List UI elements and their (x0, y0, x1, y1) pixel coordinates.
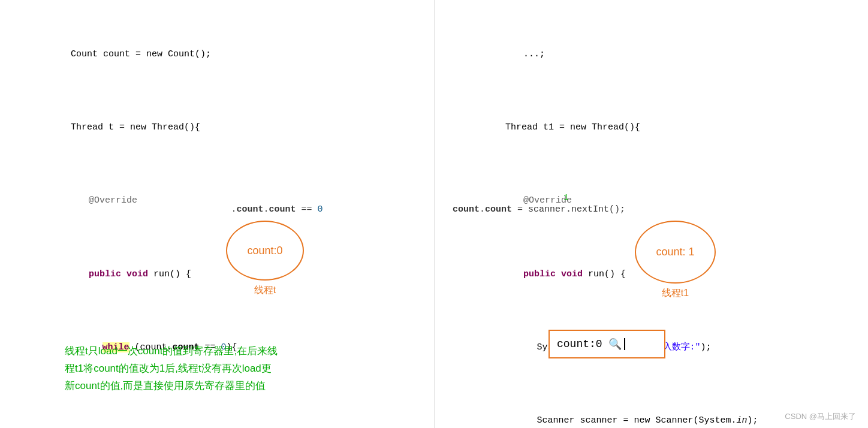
code-line-1: Count count = new Count(); (10, 32, 424, 77)
left-diagram: .count.count == 0 count:0 线程t (0, 186, 434, 297)
right-diagram: count.count = scanner.nextInt(); 1 count… (435, 186, 868, 300)
left-oval-text: count:0 (247, 245, 282, 257)
right-oval-container: count: 1 线程t1 (483, 221, 868, 300)
right-code-snippet: count.count = scanner.nextInt(); (453, 204, 625, 215)
code-line-6-empty (10, 399, 424, 414)
input-box[interactable]: count:0 🔍 (548, 330, 665, 358)
cursor-blink-icon (624, 338, 625, 350)
snippet-eq: .count == 0 (263, 204, 323, 215)
num-annotation-1: 1 (563, 193, 568, 202)
input-box-text: count:0 (557, 338, 602, 350)
left-oval: count:0 (226, 221, 304, 281)
left-thread-label: 线程t (254, 284, 276, 297)
right-code-snippet-container: count.count = scanner.nextInt(); 1 (453, 204, 625, 215)
snippet-count-bold: count (236, 204, 263, 215)
desc-line1: 线程t只load一次count的值到寄存器里,在后来线程t1将count的值改为… (65, 345, 278, 391)
code-line-2: Thread t = new Thread(){ (10, 106, 424, 150)
input-cursor-icon: 🔍 (608, 337, 622, 351)
r-code-line-0: ...; (444, 32, 858, 77)
watermark: CSDN @马上回来了 (785, 411, 856, 422)
right-code-panel: ...; Thread t1 = new Thread(){ @Override… (434, 0, 868, 428)
right-oval-text: count: 1 (656, 246, 694, 258)
left-code-snippet: .count.count == 0 (120, 204, 434, 215)
left-code-panel: Count count = new Count(); Thread t = ne… (0, 0, 434, 428)
left-oval-container: count:0 线程t (96, 221, 434, 297)
right-thread-label: 线程t1 (662, 287, 689, 300)
description-text: 线程t只load一次count的值到寄存器里,在后来线程t1将count的值改为… (65, 343, 382, 395)
right-oval: count: 1 (635, 221, 716, 284)
r-code-line-1: Thread t1 = new Thread(){ (444, 106, 858, 150)
main-container: Count count = new Count(); Thread t = ne… (0, 0, 868, 428)
